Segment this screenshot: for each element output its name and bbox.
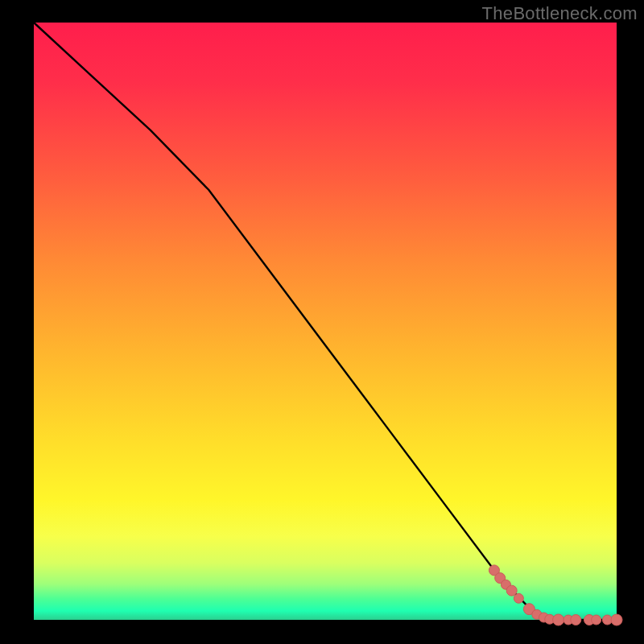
scatter-point [611,614,622,625]
scatter-point [506,585,517,596]
scatter-point [592,615,601,625]
plot-area [34,23,617,620]
attribution-text: TheBottleneck.com [482,3,638,24]
scatter-point [553,614,564,625]
scatter-point [514,593,523,603]
chart-frame: { "attribution": "TheBottleneck.com", "c… [0,0,644,644]
chart-svg [0,0,644,644]
scatter-point [571,615,581,625]
